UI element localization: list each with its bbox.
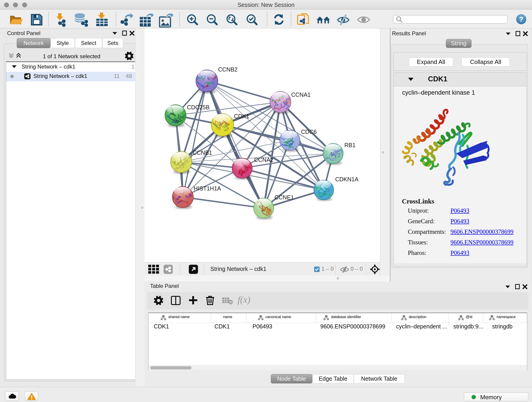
- svg-text:CCNB2: CCNB2: [218, 66, 238, 73]
- svg-text:CDC25B: CDC25B: [187, 104, 210, 110]
- svg-text:?: ?: [519, 15, 523, 23]
- svg-text:HIST1H1A: HIST1H1A: [194, 185, 221, 191]
- svg-text:CCNE1: CCNE1: [274, 194, 294, 201]
- svg-text:CCNA2: CCNA2: [254, 157, 273, 163]
- svg-text:CDKN1A: CDKN1A: [335, 176, 359, 182]
- svg-text:RB1: RB1: [344, 142, 355, 148]
- svg-text:CDC6: CDC6: [301, 128, 317, 135]
- svg-text:CCNB1: CCNB1: [193, 149, 212, 156]
- svg-text:CCNA1: CCNA1: [291, 91, 311, 98]
- svg-text:CDK1: CDK1: [234, 113, 249, 119]
